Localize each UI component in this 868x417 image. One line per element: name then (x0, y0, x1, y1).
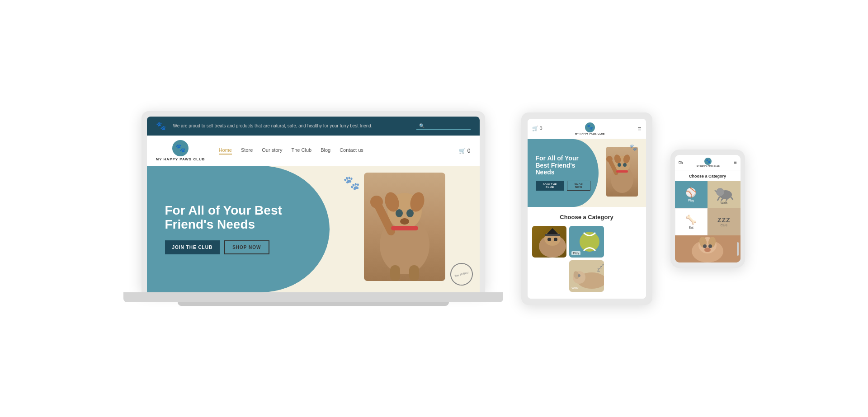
nav-blog[interactable]: Blog (321, 147, 330, 155)
tablet-menu-icon[interactable]: ≡ (637, 125, 641, 132)
svg-point-31 (578, 274, 580, 277)
svg-point-8 (370, 196, 383, 208)
shop-now-button[interactable]: SHOP NOW (224, 240, 269, 254)
phone-care-label: Care (721, 224, 727, 227)
laptop-content: 🐾 We are proud to sell treats and produc… (147, 117, 480, 292)
phone-topbar: 🛍 🐾 MY HAPPY PAWS CLUB ≡ (675, 155, 741, 170)
svg-point-19 (606, 156, 613, 162)
phone-cat-walk[interactable]: Walk (708, 181, 741, 208)
main-scene: 🐾 We are proud to sell treats and produc… (0, 0, 868, 417)
svg-point-6 (400, 218, 409, 225)
phone-eat-label: Eat (689, 226, 693, 229)
laptop-foot (178, 302, 449, 306)
tablet-logo: 🐾 MY HAPPY PAWS CLUB (575, 122, 605, 135)
tablet-paw-icon: 🐾 (585, 122, 595, 132)
phone-menu-icon[interactable]: ≡ (733, 159, 736, 165)
nav-logo: 🐾 MY HAPPY PAWS CLUB (156, 140, 205, 161)
tablet-cat-walk[interactable]: Z Z Z Walk (569, 260, 604, 292)
tablet-dog-image (606, 147, 638, 197)
dog-silhouette (364, 173, 445, 281)
stamp-text: Top 10 Best (454, 271, 468, 277)
tablet-walk-label: Walk (571, 286, 578, 290)
svg-text:Z: Z (602, 264, 604, 267)
phone-logo: 🐾 MY HAPPY PAWS CLUB (697, 158, 720, 167)
join-club-button[interactable]: JOIN THE CLUB (165, 240, 220, 254)
svg-point-48 (708, 244, 712, 248)
tablet-cart[interactable]: 🛒 0 (532, 126, 542, 131)
nav-contact[interactable]: Contact us (340, 147, 363, 155)
svg-rect-24 (545, 234, 560, 236)
svg-point-16 (618, 163, 621, 167)
dog-image (364, 173, 445, 281)
phone-cat-grid: ⚾ Play (675, 181, 741, 235)
svg-point-4 (396, 209, 403, 217)
svg-point-36 (716, 188, 724, 196)
tablet-cat-play[interactable]: Play (569, 226, 604, 258)
svg-line-40 (731, 197, 733, 200)
topbar-text: We are proud to sell treats and products… (173, 123, 409, 129)
care-icon: ZZZ (717, 216, 731, 224)
svg-rect-11 (409, 265, 419, 281)
phone-cat-eat[interactable]: 🦴 Eat (675, 208, 708, 235)
paw-icon: 🐾 (156, 121, 166, 131)
phone-brand: MY HAPPY PAWS CLUB (697, 165, 720, 167)
tablet-hero-right: 🐾 (599, 139, 646, 207)
svg-line-41 (715, 190, 717, 192)
svg-marker-23 (546, 228, 559, 235)
nav-brand: MY HAPPY PAWS CLUB (156, 157, 205, 161)
svg-point-26 (554, 238, 557, 241)
phone-cat-play[interactable]: ⚾ Play (675, 181, 708, 208)
phone-photo-strip (675, 235, 741, 262)
hero-right-panel: 🐾 (330, 166, 479, 292)
phone-bag-icon[interactable]: 🛍 (679, 160, 683, 165)
search-bar[interactable]: 🔍 (416, 122, 471, 130)
tablet-shop-button[interactable]: SHOP NOW (567, 181, 590, 191)
tablet-cat-dog[interactable] (532, 226, 567, 258)
cart-icon[interactable]: 🛒 0 (459, 148, 470, 154)
phone-play-label: Play (688, 199, 694, 202)
nav-links: Home Store Our story The Club Blog Conta… (219, 147, 459, 155)
search-icon: 🔍 (419, 123, 425, 128)
tablet-topbar: 🛒 0 🐾 MY HAPPY PAWS CLUB ≡ (528, 119, 646, 139)
eat-icon: 🦴 (685, 214, 697, 225)
nav-home[interactable]: Home (219, 147, 232, 155)
tablet-screen: 🛒 0 🐾 MY HAPPY PAWS CLUB ≡ For All of Yo… (528, 119, 646, 299)
svg-point-5 (406, 209, 414, 217)
svg-point-49 (704, 248, 711, 252)
hero-buttons: JOIN THE CLUB SHOP NOW (165, 240, 312, 254)
phone-walk-label: Walk (721, 201, 727, 204)
svg-rect-9 (391, 226, 418, 230)
phone-paw-icon: 🐾 (704, 158, 712, 165)
svg-line-37 (717, 197, 720, 201)
tablet-paw-decoration: 🐾 (629, 144, 637, 151)
walk-icon (713, 185, 735, 201)
tablet-categories: Choose a Category (528, 207, 646, 299)
site-nav: 🐾 MY HAPPY PAWS CLUB Home Store Our stor… (147, 136, 480, 166)
tablet-play-label: Play (571, 251, 580, 255)
tablet-cat-title: Choose a Category (532, 214, 642, 220)
hero-section: For All of Your Best Friend's Needs JOIN… (147, 166, 480, 292)
svg-point-25 (547, 238, 551, 241)
phone-screen: 🛍 🐾 MY HAPPY PAWS CLUB ≡ Choose a Catego… (675, 155, 741, 262)
stamp-badge: Top 10 Best (448, 260, 475, 288)
phone-cat-title: Choose a Category (675, 170, 741, 181)
tablet-join-button[interactable]: JOIN THE CLUB (536, 181, 565, 191)
nav-our-story[interactable]: Our story (262, 147, 282, 155)
tablet-brand: MY HAPPY PAWS CLUB (575, 132, 605, 135)
tablet-hero-buttons: JOIN THE CLUB SHOP NOW (536, 181, 590, 191)
phone-device: 🛍 🐾 MY HAPPY PAWS CLUB ≡ Choose a Catego… (670, 150, 745, 268)
nav-store[interactable]: Store (241, 147, 253, 155)
laptop-screen: 🐾 We are proud to sell treats and produc… (142, 111, 485, 292)
phone-cat-care[interactable]: ZZZ Care (708, 208, 741, 235)
tablet-hero-title: For All of Your Best Friend's Needs (536, 155, 590, 176)
laptop-base (123, 292, 503, 302)
play-icon: ⚾ (685, 187, 697, 198)
scroll-indicator (737, 242, 739, 256)
svg-line-38 (721, 198, 723, 201)
nav-the-club[interactable]: The Club (292, 147, 312, 155)
svg-rect-20 (616, 170, 628, 173)
svg-point-17 (623, 163, 627, 167)
paw-logo-icon: 🐾 (172, 140, 189, 156)
hero-left-panel: For All of Your Best Friend's Needs JOIN… (147, 166, 330, 292)
svg-point-47 (703, 244, 707, 248)
